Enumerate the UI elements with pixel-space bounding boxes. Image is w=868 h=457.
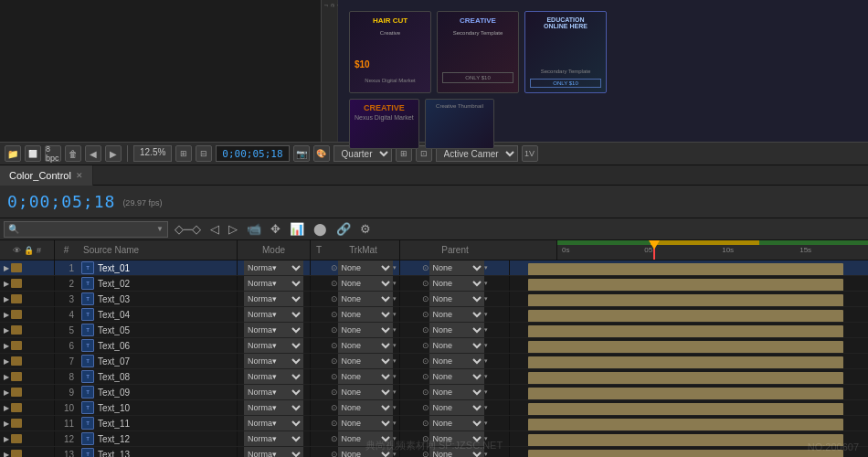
expand-arrow-9[interactable]: ▶	[4, 388, 9, 397]
prev-btn[interactable]: ◀	[85, 145, 101, 162]
row-name-9[interactable]: T Text_09	[78, 385, 238, 399]
search-wrap[interactable]: 🔍 ▼	[4, 221, 168, 238]
add-keyframe-btn[interactable]: ◇─◇	[172, 222, 204, 236]
chart-icon[interactable]: 📊	[287, 222, 307, 236]
row-mode-9[interactable]: Norma▾	[238, 385, 311, 399]
playhead[interactable]	[653, 240, 655, 260]
settings-icon[interactable]: ⚙	[357, 222, 374, 236]
mode-select-5[interactable]: Norma▾	[244, 323, 303, 337]
parent-select-1[interactable]: None	[429, 260, 484, 275]
row-trkmat-9[interactable]: ⊙ None ▾	[327, 385, 400, 399]
mode-select-12[interactable]: Norma▾	[244, 431, 303, 446]
row-trkmat-7[interactable]: ⊙ None ▾	[327, 354, 400, 368]
row-trkmat-11[interactable]: ⊙ None ▾	[327, 416, 400, 430]
mode-select-9[interactable]: Norma▾	[244, 385, 303, 399]
trkmat-select-5[interactable]: None	[338, 323, 393, 337]
row-mode-13[interactable]: Norma▾	[238, 447, 311, 457]
layer-row-4[interactable]: ▶ 4 T Text_04 Norma▾ ⊙ None ▾	[0, 307, 868, 323]
mode-select-10[interactable]: Norma▾	[244, 400, 303, 415]
layer-row-12[interactable]: ▶ 12 T Text_12 Norma▾ ⊙ None ▾	[0, 431, 868, 447]
row-parent-2[interactable]: ⊙ None ▾	[400, 276, 510, 291]
view-btn[interactable]: 1V	[522, 145, 538, 162]
search-input[interactable]	[19, 224, 156, 234]
expand-arrow-12[interactable]: ▶	[4, 435, 9, 443]
expand-arrow-10[interactable]: ▶	[4, 404, 9, 412]
expand-arrow-5[interactable]: ▶	[4, 326, 9, 335]
timecode-display[interactable]: 0;00;05;18	[216, 145, 289, 162]
color-btn[interactable]: 🎨	[313, 145, 330, 162]
row-trkmat-12[interactable]: ⊙ None ▾	[327, 431, 400, 446]
row-trkmat-1[interactable]: ⊙ None ▾	[327, 260, 400, 275]
row-mode-12[interactable]: Norma▾	[238, 431, 311, 446]
layer-row-2[interactable]: ▶ 2 T Text_02 Norma▾ ⊙ None ▾	[0, 276, 868, 292]
zoom-display[interactable]: 12.5%	[133, 145, 172, 162]
layer-row-9[interactable]: ▶ 9 T Text_09 Norma▾ ⊙ None ▾	[0, 385, 868, 400]
row-parent-11[interactable]: ⊙ None ▾	[400, 416, 510, 430]
parent-select-6[interactable]: None	[429, 338, 484, 353]
row-parent-12[interactable]: ⊙ None ▾	[400, 431, 510, 446]
zoom-aspect-btn[interactable]: ⊟	[196, 145, 212, 162]
trkmat-select-6[interactable]: None	[338, 338, 393, 353]
next-keyframe-btn[interactable]: ▷	[226, 222, 240, 236]
mode-select-3[interactable]: Norma▾	[244, 292, 303, 306]
parent-select-13[interactable]: None	[429, 447, 484, 457]
layer-row-7[interactable]: ▶ 7 T Text_07 Norma▾ ⊙ None ▾	[0, 354, 868, 369]
row-mode-2[interactable]: Norma▾	[238, 276, 311, 291]
row-trkmat-8[interactable]: ⊙ None ▾	[327, 369, 400, 384]
parent-select-3[interactable]: None	[429, 292, 484, 306]
row-mode-5[interactable]: Norma▾	[238, 323, 311, 337]
row-trkmat-2[interactable]: ⊙ None ▾	[327, 276, 400, 291]
expand-arrow-2[interactable]: ▶	[4, 280, 9, 288]
folder-btn[interactable]: 📁	[5, 145, 21, 162]
row-parent-10[interactable]: ⊙ None ▾	[400, 400, 510, 415]
mode-select-6[interactable]: Norma▾	[244, 338, 303, 353]
expand-arrow-11[interactable]: ▶	[4, 420, 9, 428]
row-name-13[interactable]: T Text_13	[78, 447, 238, 457]
mode-select-2[interactable]: Norma▾	[244, 276, 303, 291]
parent-select-8[interactable]: None	[429, 369, 484, 384]
row-name-3[interactable]: T Text_03	[78, 292, 238, 306]
row-mode-11[interactable]: Norma▾	[238, 416, 311, 430]
row-name-11[interactable]: T Text_11	[78, 416, 238, 430]
expand-arrow-3[interactable]: ▶	[4, 295, 9, 303]
trkmat-select-9[interactable]: None	[338, 385, 393, 399]
row-mode-1[interactable]: Norma▾	[238, 260, 311, 275]
layer-row-10[interactable]: ▶ 10 T Text_10 Norma▾ ⊙ None ▾	[0, 400, 868, 416]
mode-select-11[interactable]: Norma▾	[244, 416, 303, 430]
trkmat-select-4[interactable]: None	[338, 307, 393, 322]
expand-arrow-4[interactable]: ▶	[4, 311, 9, 319]
mode-select-7[interactable]: Norma▾	[244, 354, 303, 368]
parent-select-11[interactable]: None	[429, 416, 484, 430]
trkmat-select-8[interactable]: None	[338, 369, 393, 384]
row-trkmat-4[interactable]: ⊙ None ▾	[327, 307, 400, 322]
layer-row-11[interactable]: ▶ 11 T Text_11 Norma▾ ⊙ None ▾	[0, 416, 868, 431]
mode-select-13[interactable]: Norma▾	[244, 447, 303, 457]
row-trkmat-3[interactable]: ⊙ None ▾	[327, 292, 400, 306]
row-parent-9[interactable]: ⊙ None ▾	[400, 385, 510, 399]
row-trkmat-5[interactable]: ⊙ None ▾	[327, 323, 400, 337]
mode-select-1[interactable]: Norma▾	[244, 260, 303, 275]
row-name-4[interactable]: T Text_04	[78, 307, 238, 322]
row-name-12[interactable]: T Text_12	[78, 431, 238, 446]
expand-arrow-6[interactable]: ▶	[4, 342, 9, 350]
prev-keyframe-btn[interactable]: ◁	[207, 222, 222, 236]
comp-tab-close[interactable]: ✕	[76, 171, 83, 180]
camera-icon-btn[interactable]: 📷	[293, 145, 310, 162]
row-mode-4[interactable]: Norma▾	[238, 307, 311, 322]
layer-row-13[interactable]: ▶ 13 T Text_13 Norma▾ ⊙ None ▾	[0, 447, 868, 457]
row-name-1[interactable]: T Text_01	[78, 260, 238, 275]
row-mode-10[interactable]: Norma▾	[238, 400, 311, 415]
row-mode-8[interactable]: Norma▾	[238, 369, 311, 384]
row-parent-7[interactable]: ⊙ None ▾	[400, 354, 510, 368]
expand-arrow-7[interactable]: ▶	[4, 357, 9, 366]
row-trkmat-6[interactable]: ⊙ None ▾	[327, 338, 400, 353]
trkmat-select-7[interactable]: None	[338, 354, 393, 368]
row-parent-5[interactable]: ⊙ None ▾	[400, 323, 510, 337]
row-parent-4[interactable]: ⊙ None ▾	[400, 307, 510, 322]
parent-select-9[interactable]: None	[429, 385, 484, 399]
row-name-2[interactable]: T Text_02	[78, 276, 238, 291]
row-parent-6[interactable]: ⊙ None ▾	[400, 338, 510, 353]
parent-select-4[interactable]: None	[429, 307, 484, 322]
layer-row-8[interactable]: ▶ 8 T Text_08 Norma▾ ⊙ None ▾	[0, 369, 868, 385]
parent-select-5[interactable]: None	[429, 323, 484, 337]
